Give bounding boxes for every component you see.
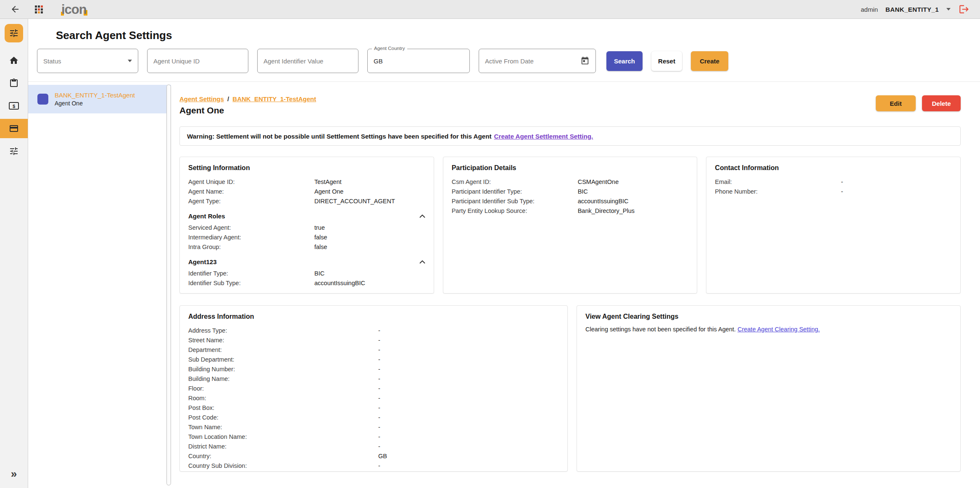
sidebar-expand-icon[interactable]: » (11, 467, 17, 480)
field-value: false (314, 242, 327, 252)
calendar-icon[interactable] (580, 56, 590, 66)
agent-unique-id-field (147, 49, 248, 73)
filter-bar: Status Agent Country Search Reset Cre (28, 48, 980, 81)
field-label: Building Number: (188, 365, 378, 374)
collapse-chevron-icon[interactable] (419, 215, 425, 218)
page-title: Search Agent Settings (56, 29, 980, 42)
settlement-warning-text: Warning: Settlement will not be possible… (187, 133, 492, 140)
field-label: Party Entity Lookup Source: (452, 206, 578, 216)
entity-name[interactable]: BANK_ENTITY_1 (885, 6, 939, 13)
breadcrumb-root-link[interactable]: Agent Settings (179, 95, 224, 102)
participation-details-card: Participation Details Csm Agent ID:CSMAg… (443, 157, 698, 294)
logo-text: icon (61, 2, 87, 17)
field-label: Email: (715, 177, 841, 187)
field-label: Intra Group: (188, 242, 314, 252)
sidebar-item-money[interactable]: $ (0, 94, 28, 117)
search-button[interactable]: Search (606, 51, 643, 71)
card-title: Participation Details (452, 164, 689, 172)
agent-detail-title: Agent One (179, 105, 316, 115)
field-label: Room: (188, 394, 378, 403)
create-clearing-setting-link[interactable]: Create Agent Clearing Setting. (738, 326, 820, 333)
breadcrumb-separator: / (226, 95, 231, 102)
agent-detail-panel: Agent Settings / BANK_ENTITY_1-TestAgent… (166, 82, 980, 488)
back-arrow-icon[interactable] (9, 3, 21, 15)
field-value: - (378, 422, 380, 432)
field-label: Identifier Type: (188, 269, 314, 278)
sidebar-item-tune-button[interactable] (5, 24, 23, 42)
status-caret-icon (128, 60, 132, 62)
tune-icon (9, 28, 19, 38)
status-select[interactable]: Status (37, 49, 138, 73)
address-information-card: Address Information Address Type:- Stree… (179, 305, 568, 472)
field-label: Serviced Agent: (188, 223, 314, 233)
field-value: - (841, 187, 843, 197)
field-value: - (378, 345, 380, 355)
top-bar: icon admin BANK_ENTITY_1 (0, 0, 980, 19)
card-title: Address Information (188, 313, 559, 320)
active-from-date-input[interactable] (485, 58, 580, 65)
field-label: Street Name: (188, 336, 378, 345)
reset-button[interactable]: Reset (651, 51, 682, 71)
edit-button[interactable]: Edit (876, 95, 916, 111)
field-label: Town Name: (188, 422, 378, 432)
credit-card-icon (9, 123, 19, 134)
field-value: - (378, 403, 380, 413)
field-label: Building Name: (188, 374, 378, 384)
field-label: Sub Department: (188, 355, 378, 365)
field-label: Agent Unique ID: (188, 177, 314, 187)
status-select-label: Status (43, 58, 61, 65)
field-value: Agent One (314, 187, 343, 197)
agent-list-panel: BANK_ENTITY_1-TestAgent Agent One (28, 82, 166, 488)
sidebar-item-home[interactable] (0, 49, 28, 72)
field-label: Country Sub Division: (188, 461, 378, 471)
sidebar-item-clipboard[interactable] (0, 72, 28, 94)
field-value: - (378, 355, 380, 365)
logout-icon[interactable] (958, 3, 970, 15)
field-value: accountIssuingBIC (578, 197, 629, 206)
field-value: TestAgent (314, 177, 342, 187)
section-title: Agent Roles (188, 213, 225, 220)
field-value: BIC (314, 269, 324, 278)
field-label: Department: (188, 345, 378, 355)
field-label: Participant Identifier Sub Type: (452, 197, 578, 206)
agent-identifier-value-input[interactable] (263, 58, 352, 65)
user-role-label: admin (861, 6, 878, 13)
delete-button[interactable]: Delete (922, 95, 961, 111)
field-value: GB (378, 451, 387, 461)
field-value: BIC (578, 187, 588, 197)
field-label: Csm Agent ID: (452, 177, 578, 187)
field-label: Phone Number: (715, 187, 841, 197)
banknote-icon: $ (8, 101, 19, 110)
field-label: Agent Type: (188, 197, 314, 206)
sidebar-item-card-active[interactable] (0, 119, 28, 138)
breadcrumb-current-link[interactable]: BANK_ENTITY_1-TestAgent (232, 95, 316, 102)
agent-unique-id-input[interactable] (153, 58, 242, 65)
section-title: Agent123 (188, 258, 217, 265)
clearing-settings-card: View Agent Clearing Settings Clearing se… (577, 305, 961, 472)
field-value: - (378, 442, 380, 451)
card-title: View Agent Clearing Settings (585, 313, 952, 320)
breadcrumb: Agent Settings / BANK_ENTITY_1-TestAgent (179, 95, 316, 102)
agent-country-input[interactable] (374, 58, 464, 65)
create-settlement-setting-link[interactable]: Create Agent Settlement Setting. (494, 133, 593, 140)
collapse-chevron-icon[interactable] (419, 260, 425, 264)
field-value: Bank_Directory_Plus (578, 206, 635, 216)
field-value: - (378, 336, 380, 345)
sidebar-item-sliders[interactable] (0, 140, 28, 163)
create-button[interactable]: Create (691, 51, 728, 71)
agent-country-field: Agent Country (367, 49, 470, 73)
agent-list-item-selected[interactable]: BANK_ENTITY_1-TestAgent Agent One (28, 85, 171, 113)
field-label: Country: (188, 451, 378, 461)
setting-information-card: Setting Information Agent Unique ID:Test… (179, 157, 434, 294)
field-label: Agent Name: (188, 187, 314, 197)
sliders-icon (9, 146, 19, 156)
home-icon (9, 55, 19, 66)
field-label: Post Code: (188, 413, 378, 422)
apps-grid-icon[interactable] (33, 3, 45, 15)
field-value: - (378, 374, 380, 384)
agent-avatar (37, 94, 48, 105)
agent-identifier-value-field (257, 49, 358, 73)
sidebar: $ » (0, 19, 28, 488)
entity-dropdown-caret-icon[interactable] (946, 8, 951, 10)
list-scrollbar[interactable] (166, 84, 171, 485)
